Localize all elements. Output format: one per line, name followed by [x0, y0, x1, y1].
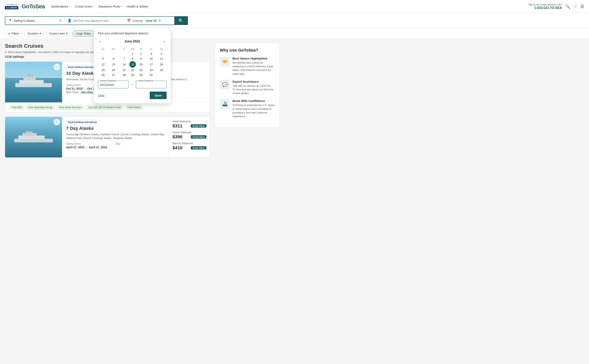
- calendar-day[interactable]: 11: [156, 56, 167, 61]
- search-icon[interactable]: 🔍: [565, 4, 570, 9]
- balcony-stateroom-price: Balcony Stateroom $410 Great Value: [173, 142, 207, 150]
- sailing-dates-label: Sailing Dates:: [66, 142, 107, 145]
- calendar-day[interactable]: 8: [129, 56, 136, 61]
- calendar-day[interactable]: 20: [108, 68, 119, 72]
- calendar-day[interactable]: 18: [156, 61, 167, 68]
- nav-departure-ports[interactable]: Departure Ports ▾: [98, 5, 122, 8]
- nav-destinations[interactable]: Destinations ▾: [51, 5, 70, 8]
- phone-number[interactable]: 1-833-GO-TO-SEA: [529, 6, 562, 10]
- tag-free-dining: Free Speciality Dining: [26, 105, 55, 110]
- calendar-day[interactable]: 7: [119, 56, 129, 61]
- calendar-day[interactable]: 19: [98, 68, 108, 72]
- calendar-day[interactable]: 12: [98, 61, 108, 68]
- nav-health-safety[interactable]: Health & Safety: [127, 5, 148, 8]
- balcony-amount: $410: [173, 145, 182, 150]
- calendar-icon: 📅: [127, 19, 131, 23]
- chevron-down-icon: ▾: [69, 5, 70, 7]
- calendar-day[interactable]: [108, 51, 119, 56]
- chat-icon: 💬: [220, 80, 230, 90]
- calendar-day[interactable]: 15: [129, 61, 136, 68]
- phone-label: Talk to our cruise advisors 24/7: [529, 3, 562, 6]
- calendar-day[interactable]: 26: [98, 72, 108, 77]
- service-label: A service of: [6, 3, 17, 6]
- calendar-day[interactable]: [98, 51, 108, 56]
- sidebar-item-title: Book With Confidence: [233, 99, 275, 103]
- calendar-day[interactable]: 22: [129, 68, 136, 72]
- calendar-day[interactable]: 17: [146, 61, 156, 68]
- ocean-stateroom-price: Ocean Stateroom $390 Great Value: [173, 131, 207, 140]
- ship-icon: 🚢: [220, 99, 230, 109]
- sidebar-item-book-confidence: 🚢 Book With Confidence GoToSea is endors…: [220, 99, 275, 118]
- calendar-day[interactable]: 14: [119, 61, 129, 68]
- calendar-day[interactable]: 13: [108, 61, 119, 68]
- calendar-day[interactable]: 16: [136, 61, 146, 68]
- destination-input[interactable]: [14, 19, 57, 22]
- day-header-sa: Sa: [156, 47, 167, 51]
- sidebar-item-text: We identify best values by analyzing a c…: [233, 61, 275, 76]
- site-logo[interactable]: GoToSea: [21, 3, 45, 10]
- menu-icon[interactable]: ☰: [581, 4, 584, 9]
- calendar-day[interactable]: 3: [146, 51, 156, 56]
- svg-rect-2: [23, 78, 36, 80]
- location-icon: 📍: [8, 19, 12, 23]
- clear-destination-button[interactable]: ✕: [59, 19, 62, 23]
- calendar-day[interactable]: 1: [129, 51, 136, 56]
- svg-rect-5: [32, 75, 33, 76]
- port-field[interactable]: 👤: [65, 17, 124, 25]
- arrow-icon: →: [131, 83, 134, 86]
- cruise-lines-filter[interactable]: Cruise Lines ▾: [46, 31, 71, 37]
- handshake-icon: 🤝: [220, 57, 230, 66]
- calendar-day[interactable]: 29: [129, 72, 136, 77]
- calendar-day[interactable]: 23: [136, 68, 146, 72]
- wishlist-icon[interactable]: ♡: [574, 4, 577, 9]
- chevron-down-icon: ▾: [40, 32, 41, 35]
- calendar-dropdown: Pick your preferred departure date(s): ‹…: [94, 27, 171, 103]
- wishlist-button[interactable]: ♡: [54, 119, 60, 125]
- calendar-day[interactable]: 31: [146, 72, 156, 77]
- chevron-down-icon: ▾: [93, 5, 94, 7]
- search-button[interactable]: 🔍: [174, 17, 187, 25]
- checkmark-icon: ✔: [5, 51, 7, 54]
- sidebar-item-content: Book With Confidence GoToSea is endorsed…: [233, 99, 275, 118]
- calendar-day[interactable]: 30: [136, 72, 146, 77]
- calendar-date-inputs: Earliest Departure 04/15/2022 → Latest D…: [98, 81, 167, 88]
- sailing-days: Mon-Thurs: [66, 91, 79, 94]
- calendar-day[interactable]: [156, 72, 167, 77]
- calendar-day[interactable]: 21: [119, 68, 129, 72]
- calendar-day[interactable]: 2: [136, 51, 146, 56]
- duration-filter[interactable]: Duration ▾: [24, 31, 44, 37]
- filters-button[interactable]: ⇄ Filters: [5, 31, 22, 37]
- calendar-day[interactable]: 4: [156, 51, 167, 56]
- calendar-clear-button[interactable]: Clear: [98, 94, 105, 97]
- calendar-next-button[interactable]: ›: [162, 38, 167, 45]
- sidebar-item-title: Expert Assistance: [233, 80, 275, 83]
- balcony-badge: Great Value: [191, 146, 207, 150]
- calendar-day[interactable]: [119, 51, 129, 56]
- nav-cruise-lines[interactable]: Cruise Lines ▾: [75, 5, 94, 8]
- latest-departure-field[interactable]: Latest Departure: [136, 81, 167, 88]
- large-ships-filter[interactable]: Large Ships: [73, 31, 94, 37]
- svg-rect-3: [27, 76, 33, 78]
- calendar-day[interactable]: 6: [108, 56, 119, 61]
- cruise-tags: Free Wifi Free Speciality Dining Free Sh…: [5, 102, 210, 112]
- date-field[interactable]: 📅 Leaving June 15 - ?: [124, 17, 174, 25]
- filter-icon: ⇄: [8, 32, 10, 35]
- calendar-save-button[interactable]: Save: [150, 92, 167, 99]
- sidebar-item-expert-assistance: 💬 Expert Assistance Talk with an adviser…: [220, 80, 275, 95]
- calendar-day[interactable]: 27: [108, 72, 119, 77]
- calendar-day[interactable]: 28: [119, 72, 129, 77]
- calendar-day[interactable]: 5: [98, 56, 108, 61]
- sidebar-item-content: Best Values Highlighted We identify best…: [233, 57, 275, 76]
- chevron-down-icon: ▾: [121, 5, 122, 7]
- earliest-departure-field[interactable]: Earliest Departure 04/15/2022: [98, 81, 128, 88]
- calendar-day[interactable]: 9: [136, 56, 146, 61]
- calendar-day[interactable]: 10: [146, 56, 156, 61]
- calendar-day[interactable]: 24: [146, 68, 156, 72]
- sidebar-box: Why Use GoToSea? 🤝 Best Values Highlight…: [215, 43, 280, 127]
- calendar-prev-button[interactable]: ‹: [98, 38, 102, 45]
- cruise-card: ♡ Royal Caribbean International 7 Day Al…: [5, 117, 210, 158]
- calendar-day[interactable]: 25: [156, 68, 167, 72]
- destination-field[interactable]: 📍 ✕: [5, 17, 65, 25]
- wishlist-button[interactable]: ♡: [54, 64, 60, 70]
- port-input[interactable]: [73, 19, 121, 22]
